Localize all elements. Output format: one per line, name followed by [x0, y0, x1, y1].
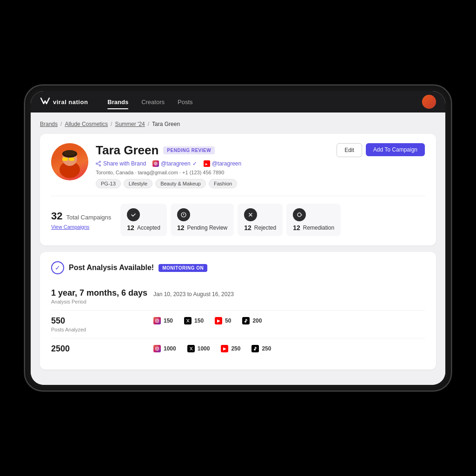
stat-remediation: 12 Remediation — [286, 204, 341, 236]
youtube-stat: ▶ 50 — [215, 317, 231, 324]
analysis-header: ✓ Post Analysis Available! MONITORING ON — [51, 261, 425, 274]
youtube-stat-row2: ▶ 250 — [221, 345, 240, 352]
top-navigation: viral nation Brands Creators Posts — [31, 91, 445, 112]
youtube-platform-icon-row2: ▶ — [221, 345, 228, 352]
pending-count-row: 12 Pending Review — [177, 224, 227, 231]
youtube-icon: ▶ — [204, 160, 210, 167]
edit-button[interactable]: Edit — [337, 143, 362, 157]
svg-point-22 — [158, 347, 159, 348]
stat-accepted: 12 Accepted — [120, 204, 167, 236]
breadcrumb-summer[interactable]: Summer '24 — [115, 121, 145, 127]
svg-rect-3 — [69, 158, 74, 161]
analysis-row2-right: 1000 1000 ▶ 250 — [153, 344, 425, 352]
rejected-icon — [244, 208, 257, 221]
total-campaigns: 32 Total Campaigns View Campaigns — [51, 210, 120, 230]
svg-point-6 — [64, 150, 76, 156]
twitter-stat-row2: 1000 — [187, 345, 210, 352]
youtube-handle: @taragreen — [212, 160, 242, 167]
instagram-link[interactable]: @taragreen ✓ — [152, 160, 197, 167]
youtube-posts-count: 50 — [225, 317, 231, 324]
breadcrumb-sep-2: / — [111, 121, 112, 127]
twitter-platform-icon-row2 — [187, 345, 195, 352]
avatar-image — [422, 95, 436, 109]
stats-row: 32 Total Campaigns View Campaigns — [51, 196, 425, 236]
tiktok-count-row2: 250 — [262, 345, 271, 352]
pending-count: 12 — [177, 224, 185, 231]
pending-icon — [177, 208, 190, 221]
nav-brands[interactable]: Brands — [102, 96, 134, 108]
add-to-campaign-button[interactable]: Add To Campaign — [366, 143, 425, 156]
instagram-platform-icon — [153, 317, 161, 324]
tag-pg13: PG-13 — [96, 179, 121, 188]
nav-creators[interactable]: Creators — [136, 96, 170, 108]
avatar-inner — [51, 143, 88, 180]
svg-point-9 — [99, 165, 101, 166]
svg-point-18 — [156, 320, 158, 322]
logo: viral nation — [40, 97, 88, 107]
svg-line-10 — [97, 162, 99, 164]
tag-lifestyle: Lifestyle — [124, 179, 152, 188]
remediation-label: Remediation — [303, 225, 334, 231]
instagram-count-row2: 1000 — [164, 345, 176, 352]
analysis-row2: 2500 1000 — [51, 338, 425, 360]
device-screen: viral nation Brands Creators Posts Brand… — [31, 91, 445, 385]
profile-name: Tara Green — [96, 143, 159, 158]
instagram-handle: @taragreen — [161, 160, 191, 167]
youtube-platform-icon: ▶ — [215, 317, 222, 324]
breadcrumb-sep-1: / — [60, 121, 62, 127]
share-link-label: Share with Brand — [103, 160, 146, 167]
tiktok-platform-icon-row2 — [251, 345, 259, 352]
rejected-label: Rejected — [254, 225, 276, 231]
monitoring-badge: MONITORING ON — [159, 264, 207, 272]
twitter-platform-icon — [184, 317, 192, 324]
instagram-icon — [152, 160, 159, 167]
tiktok-posts-count: 200 — [252, 317, 262, 324]
profile-header: Tara Green PENDING REVIEW — [51, 143, 425, 188]
period-label: Analysis Period — [51, 299, 153, 304]
analysis-posts-row: 550 Posts Analyzed 150 — [51, 311, 425, 338]
analysis-title: Post Analysis Available! — [69, 264, 154, 272]
main-content: Brands / Allude Cosmetics / Summer '24 /… — [31, 112, 445, 385]
tag-beauty: Beauty & Makeup — [155, 179, 206, 188]
verified-icon: ✓ — [192, 160, 197, 167]
youtube-link[interactable]: ▶ @taragreen — [204, 160, 242, 167]
profile-name-row: Tara Green PENDING REVIEW — [96, 143, 329, 158]
stat-pending: 12 Pending Review — [171, 204, 234, 236]
view-campaigns-link[interactable]: View Campaigns — [51, 224, 111, 230]
analysis-posts-right: 150 150 ▶ 50 — [153, 316, 425, 324]
accepted-icon — [127, 208, 140, 221]
profile-tags: PG-13 Lifestyle Beauty & Makeup Fashion — [96, 179, 329, 188]
analysis-period-right: Jan 10, 2023 to August 16, 2023 — [153, 288, 425, 298]
breadcrumb-brands[interactable]: Brands — [40, 121, 58, 127]
share-with-brand-link[interactable]: Share with Brand — [96, 160, 146, 167]
accepted-count: 12 — [127, 224, 134, 231]
remediation-icon — [293, 208, 306, 221]
stat-boxes: 12 Accepted 12 Pending Review — [120, 204, 425, 236]
rejected-count: 12 — [244, 224, 251, 231]
svg-point-13 — [155, 163, 157, 165]
nav-items: Brands Creators Posts — [102, 96, 422, 108]
accepted-count-row: 12 Accepted — [127, 224, 160, 231]
twitter-posts-count: 150 — [194, 317, 204, 324]
tag-fashion: Fashion — [209, 179, 237, 188]
svg-point-8 — [96, 163, 98, 165]
rejected-count-row: 12 Rejected — [244, 224, 276, 231]
profile-meta: Toronto, Canada · tarag@gmail.com · +1 (… — [96, 170, 329, 175]
posts-label: Posts Analyzed — [51, 327, 153, 332]
breadcrumb-sep-3: / — [148, 121, 149, 127]
tiktok-platform-icon — [242, 317, 250, 324]
profile-info: Tara Green PENDING REVIEW — [96, 143, 329, 188]
date-range: Jan 10, 2023 to August 16, 2023 — [153, 289, 234, 298]
stat-rejected: 12 Rejected — [238, 204, 283, 236]
nav-posts[interactable]: Posts — [172, 96, 198, 108]
logo-icon — [40, 97, 50, 107]
svg-point-21 — [156, 348, 158, 350]
svg-rect-2 — [62, 158, 68, 161]
platform-stats-row2: 1000 1000 ▶ 250 — [153, 345, 271, 352]
twitter-count-row2: 1000 — [198, 345, 210, 352]
instagram-stat: 150 — [153, 317, 173, 324]
breadcrumb-allude[interactable]: Allude Cosmetics — [65, 121, 108, 127]
pending-label: Pending Review — [187, 225, 228, 231]
tiktok-stat: 200 — [242, 317, 262, 324]
avatar[interactable] — [422, 95, 436, 109]
